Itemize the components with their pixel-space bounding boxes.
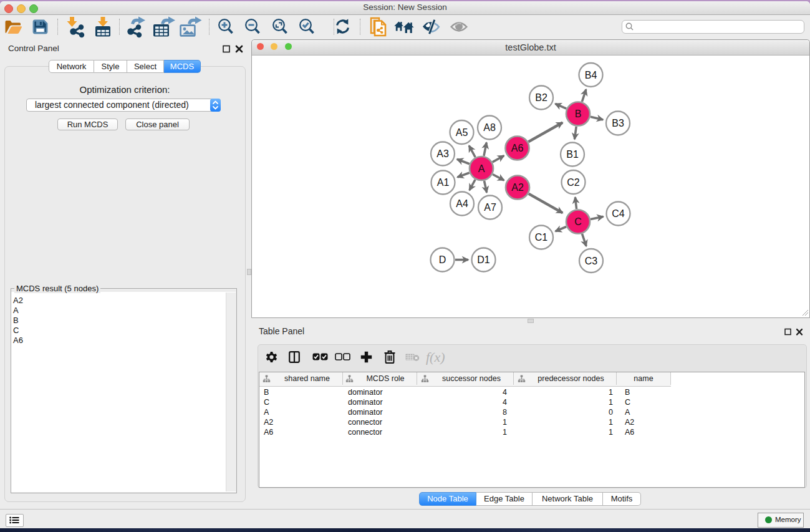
svg-text:C2: C2 — [567, 177, 580, 188]
svg-text:A: A — [478, 163, 485, 174]
svg-text:A5: A5 — [456, 127, 468, 138]
svg-text:A2: A2 — [511, 182, 524, 193]
svg-text:C1: C1 — [535, 232, 548, 243]
svg-text:A6: A6 — [511, 143, 524, 153]
svg-text:A1: A1 — [437, 177, 450, 188]
svg-text:B: B — [575, 109, 582, 119]
svg-text:A8: A8 — [483, 122, 496, 133]
svg-text:B3: B3 — [612, 118, 624, 128]
svg-text:B4: B4 — [585, 70, 597, 80]
svg-text:C3: C3 — [585, 256, 598, 266]
svg-text:A7: A7 — [484, 202, 496, 213]
svg-text:A3: A3 — [436, 148, 449, 159]
svg-text:D1: D1 — [477, 254, 490, 265]
svg-text:B1: B1 — [566, 149, 579, 160]
svg-text:D: D — [439, 254, 446, 265]
svg-text:C4: C4 — [612, 208, 625, 219]
svg-text:C: C — [574, 216, 582, 227]
svg-text:B2: B2 — [535, 92, 547, 103]
svg-text:A4: A4 — [456, 198, 468, 209]
